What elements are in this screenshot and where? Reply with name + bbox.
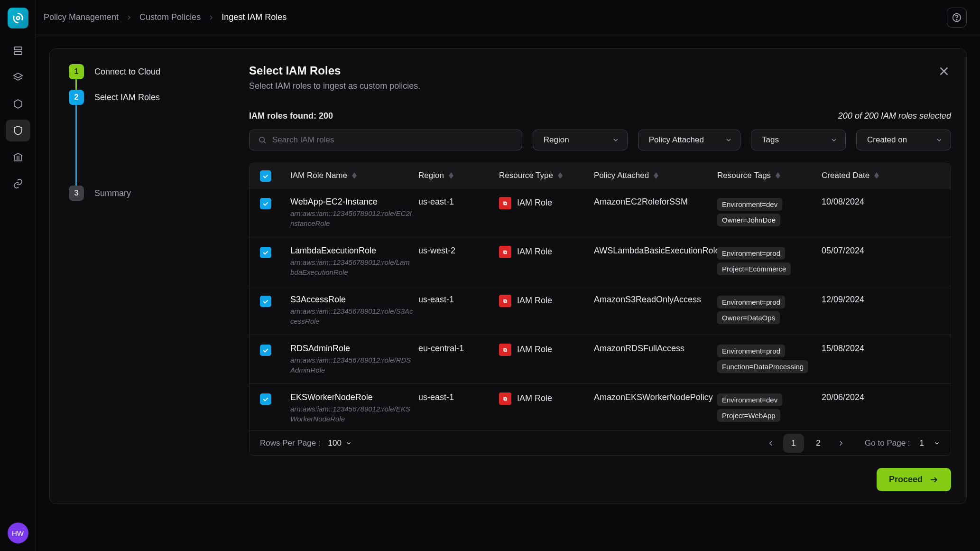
col-region[interactable]: Region bbox=[418, 171, 499, 180]
filter-label: Tags bbox=[762, 135, 779, 145]
step-connector bbox=[75, 79, 77, 90]
col-policy[interactable]: Policy Attached bbox=[594, 171, 717, 180]
page-title: Select IAM Roles bbox=[249, 64, 420, 77]
tag-pill: Project=WebApp bbox=[717, 409, 780, 422]
check-icon bbox=[262, 249, 269, 256]
select-all-checkbox[interactable] bbox=[260, 170, 271, 182]
chevron-down-icon bbox=[934, 440, 940, 447]
go-to-page-select[interactable]: 1 bbox=[920, 439, 940, 448]
chevron-right-icon bbox=[837, 439, 845, 448]
crumb[interactable]: Policy Management bbox=[44, 12, 119, 22]
proceed-button[interactable]: Proceed bbox=[877, 468, 951, 491]
table-row: S3AccessRole arn:aws:iam::123456789012:r… bbox=[250, 286, 951, 335]
chevron-down-icon bbox=[612, 136, 619, 144]
nav-item[interactable] bbox=[6, 93, 30, 115]
svg-marker-12 bbox=[449, 172, 453, 176]
search-input[interactable] bbox=[272, 135, 513, 145]
app-logo[interactable] bbox=[8, 8, 28, 28]
svg-point-8 bbox=[259, 137, 265, 142]
iam-role-icon: ⧉ bbox=[499, 344, 511, 356]
role-name: RDSAdminRole bbox=[290, 344, 418, 354]
prev-page-button[interactable] bbox=[762, 435, 779, 452]
help-button[interactable] bbox=[947, 8, 967, 28]
svg-point-5 bbox=[956, 19, 957, 19]
rows-per-page-select[interactable]: 100 bbox=[328, 439, 352, 448]
cell-policy: AmazonS3ReadOnlyAccess bbox=[594, 295, 717, 305]
table-row: WebApp-EC2-Instance arn:aws:iam::1234567… bbox=[250, 188, 951, 237]
cell-type: ⧉IAM Role bbox=[499, 246, 594, 258]
layers-icon bbox=[12, 72, 24, 83]
table-row: LambdaExecutionRole arn:aws:iam::1234567… bbox=[250, 237, 951, 286]
tag-pill: Owner=DataOps bbox=[717, 311, 780, 324]
nav-item-active[interactable] bbox=[6, 120, 30, 141]
filter-label: Region bbox=[544, 135, 569, 145]
roles-table: IAM Role Name Region Resource Type Polic… bbox=[249, 163, 951, 456]
cell-type: ⧉IAM Role bbox=[499, 344, 594, 356]
cell-type: ⧉IAM Role bbox=[499, 197, 594, 209]
link-icon bbox=[12, 178, 24, 189]
cell-tags: Environment=devProject=WebApp bbox=[717, 392, 822, 424]
tag-pill: Environment=dev bbox=[717, 393, 782, 406]
step-label[interactable]: Select IAM Roles bbox=[94, 90, 160, 105]
check-icon bbox=[262, 346, 269, 354]
step-number: 3 bbox=[69, 186, 84, 201]
filter-region[interactable]: Region bbox=[533, 130, 628, 150]
svg-marker-20 bbox=[874, 172, 879, 176]
step-label[interactable]: Connect to Cloud bbox=[94, 64, 160, 79]
col-name[interactable]: IAM Role Name bbox=[290, 171, 418, 180]
col-type[interactable]: Resource Type bbox=[499, 171, 594, 180]
pagination: Rows Per Page : 100 1 2 bbox=[250, 430, 951, 455]
cell-tags: Environment=prodProject=Ecommerce bbox=[717, 246, 822, 277]
step-number: 1 bbox=[69, 64, 84, 79]
svg-marker-10 bbox=[352, 172, 357, 176]
roles-selected-label: 200 of 200 IAM roles selected bbox=[838, 111, 951, 121]
nav-item[interactable] bbox=[6, 146, 30, 168]
row-checkbox[interactable] bbox=[260, 393, 271, 405]
cell-type: ⧉IAM Role bbox=[499, 295, 594, 307]
cell-created: 10/08/2024 bbox=[822, 197, 902, 207]
svg-marker-18 bbox=[776, 172, 780, 176]
next-page-button[interactable] bbox=[832, 435, 850, 452]
cell-region: us-west-2 bbox=[418, 246, 499, 256]
iam-role-icon: ⧉ bbox=[499, 295, 511, 307]
step-label[interactable]: Summary bbox=[94, 186, 131, 201]
chevron-left-icon bbox=[767, 439, 775, 448]
tag-pill: Environment=prod bbox=[717, 345, 785, 357]
main-card: 1 Connect to Cloud 2 Select IAM Roles 3 … bbox=[49, 48, 967, 504]
col-tags[interactable]: Resource Tags bbox=[717, 171, 822, 180]
tag-pill: Function=DataProcessing bbox=[717, 360, 808, 373]
filter-policy[interactable]: Policy Attached bbox=[638, 130, 740, 150]
sort-icon bbox=[449, 172, 453, 179]
cell-policy: AWSLambdaBasicExecutionRole bbox=[594, 246, 717, 256]
filter-created[interactable]: Created on bbox=[856, 130, 951, 150]
table-row: EKSWorkerNodeRole arn:aws:iam::123456789… bbox=[250, 384, 951, 430]
nav-item[interactable] bbox=[6, 173, 30, 195]
page-number[interactable]: 2 bbox=[808, 434, 829, 453]
cell-tags: Environment=prodOwner=DataOps bbox=[717, 295, 822, 326]
svg-marker-3 bbox=[14, 73, 22, 78]
close-button[interactable] bbox=[937, 64, 951, 81]
roles-found-label: IAM roles found: 200 bbox=[249, 111, 333, 121]
page-number[interactable]: 1 bbox=[783, 434, 804, 453]
nav-item[interactable] bbox=[6, 66, 30, 88]
filter-label: Created on bbox=[867, 135, 907, 145]
nav-item[interactable] bbox=[6, 40, 30, 62]
search-input-wrap[interactable] bbox=[249, 130, 522, 150]
sort-icon bbox=[874, 172, 879, 179]
filter-tags[interactable]: Tags bbox=[751, 130, 846, 150]
row-checkbox[interactable] bbox=[260, 247, 271, 258]
row-checkbox[interactable] bbox=[260, 296, 271, 307]
crumb[interactable]: Custom Policies bbox=[139, 12, 201, 22]
cell-created: 12/09/2024 bbox=[822, 295, 902, 305]
svg-rect-2 bbox=[14, 52, 22, 55]
col-created[interactable]: Created Date bbox=[822, 171, 902, 180]
arrow-right-icon bbox=[929, 475, 939, 485]
svg-rect-1 bbox=[14, 47, 22, 50]
cell-region: us-east-1 bbox=[418, 295, 499, 305]
row-checkbox[interactable] bbox=[260, 345, 271, 356]
chevron-down-icon bbox=[345, 440, 352, 447]
row-checkbox[interactable] bbox=[260, 198, 271, 209]
chevron-right-icon bbox=[125, 14, 133, 21]
user-avatar[interactable]: HW bbox=[8, 523, 28, 543]
sidebar-nav: HW bbox=[0, 0, 36, 551]
